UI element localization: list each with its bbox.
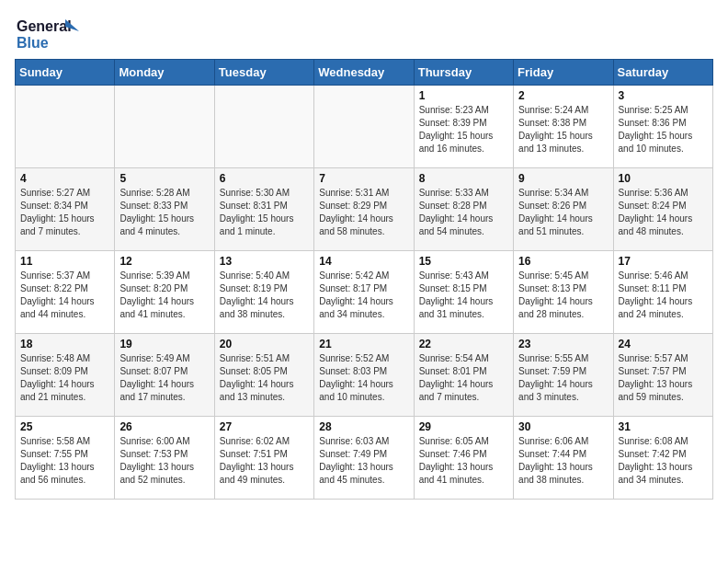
calendar-cell [314, 86, 414, 168]
day-number: 17 [619, 255, 708, 268]
day-info: Sunrise: 6:05 AM Sunset: 7:46 PM Dayligh… [419, 435, 508, 487]
calendar-cell: 30Sunrise: 6:06 AM Sunset: 7:44 PM Dayli… [514, 417, 613, 500]
calendar-cell: 18Sunrise: 5:48 AM Sunset: 8:09 PM Dayli… [16, 334, 115, 417]
calendar-cell [16, 86, 115, 168]
calendar-cell: 22Sunrise: 5:54 AM Sunset: 8:01 PM Dayli… [414, 334, 513, 417]
day-number: 31 [619, 420, 708, 433]
day-info: Sunrise: 5:34 AM Sunset: 8:26 PM Dayligh… [518, 187, 608, 238]
day-number: 29 [419, 420, 508, 433]
weekday-header-monday: Monday [115, 60, 214, 86]
svg-text:General: General [17, 18, 72, 34]
day-info: Sunrise: 6:08 AM Sunset: 7:42 PM Dayligh… [619, 435, 708, 487]
calendar-cell: 16Sunrise: 5:45 AM Sunset: 8:13 PM Dayli… [514, 251, 613, 334]
day-number: 24 [619, 338, 708, 350]
day-number: 3 [619, 89, 708, 102]
day-number: 20 [220, 338, 309, 350]
weekday-header-tuesday: Tuesday [214, 60, 313, 86]
week-row-4: 18Sunrise: 5:48 AM Sunset: 8:09 PM Dayli… [16, 334, 713, 417]
calendar-cell: 28Sunrise: 6:03 AM Sunset: 7:49 PM Dayli… [314, 417, 414, 500]
day-number: 26 [119, 420, 209, 433]
day-number: 10 [619, 172, 708, 185]
day-info: Sunrise: 5:25 AM Sunset: 8:36 PM Dayligh… [619, 104, 708, 155]
calendar-cell: 19Sunrise: 5:49 AM Sunset: 8:07 PM Dayli… [115, 334, 214, 417]
calendar-cell: 26Sunrise: 6:00 AM Sunset: 7:53 PM Dayli… [115, 417, 214, 500]
calendar-cell: 15Sunrise: 5:43 AM Sunset: 8:15 PM Dayli… [414, 251, 513, 334]
day-info: Sunrise: 5:24 AM Sunset: 8:38 PM Dayligh… [518, 104, 608, 155]
week-row-1: 1Sunrise: 5:23 AM Sunset: 8:39 PM Daylig… [16, 86, 713, 168]
calendar-cell [214, 86, 313, 168]
day-info: Sunrise: 5:45 AM Sunset: 8:13 PM Dayligh… [518, 270, 608, 321]
svg-text:Blue: Blue [17, 35, 49, 51]
calendar-cell: 20Sunrise: 5:51 AM Sunset: 8:05 PM Dayli… [214, 334, 313, 417]
day-info: Sunrise: 5:52 AM Sunset: 8:03 PM Dayligh… [319, 352, 408, 404]
calendar-cell: 5Sunrise: 5:28 AM Sunset: 8:33 PM Daylig… [115, 168, 214, 251]
day-info: Sunrise: 5:36 AM Sunset: 8:24 PM Dayligh… [619, 187, 708, 238]
weekday-header-wednesday: Wednesday [314, 60, 414, 86]
day-number: 12 [119, 255, 209, 268]
day-info: Sunrise: 6:02 AM Sunset: 7:51 PM Dayligh… [220, 435, 309, 487]
day-info: Sunrise: 5:57 AM Sunset: 7:57 PM Dayligh… [619, 352, 708, 404]
calendar-cell: 29Sunrise: 6:05 AM Sunset: 7:46 PM Dayli… [414, 417, 513, 500]
day-number: 7 [319, 172, 408, 185]
calendar-cell: 1Sunrise: 5:23 AM Sunset: 8:39 PM Daylig… [414, 86, 513, 168]
calendar-cell: 2Sunrise: 5:24 AM Sunset: 8:38 PM Daylig… [514, 86, 613, 168]
day-info: Sunrise: 5:43 AM Sunset: 8:15 PM Dayligh… [419, 270, 508, 321]
calendar-cell: 10Sunrise: 5:36 AM Sunset: 8:24 PM Dayli… [613, 168, 712, 251]
day-number: 14 [319, 255, 408, 268]
day-number: 11 [20, 255, 109, 268]
calendar-table: SundayMondayTuesdayWednesdayThursdayFrid… [15, 59, 713, 500]
calendar-cell: 31Sunrise: 6:08 AM Sunset: 7:42 PM Dayli… [613, 417, 712, 500]
day-number: 4 [20, 172, 109, 185]
weekday-header-sunday: Sunday [16, 60, 115, 86]
day-info: Sunrise: 5:58 AM Sunset: 7:55 PM Dayligh… [20, 435, 109, 487]
weekday-header-saturday: Saturday [613, 60, 712, 86]
calendar-cell: 8Sunrise: 5:33 AM Sunset: 8:28 PM Daylig… [414, 168, 513, 251]
day-number: 16 [518, 255, 608, 268]
day-number: 19 [119, 338, 209, 350]
day-info: Sunrise: 5:31 AM Sunset: 8:29 PM Dayligh… [319, 187, 408, 238]
calendar-cell: 23Sunrise: 5:55 AM Sunset: 7:59 PM Dayli… [514, 334, 613, 417]
day-number: 15 [419, 255, 508, 268]
day-info: Sunrise: 5:40 AM Sunset: 8:19 PM Dayligh… [220, 270, 309, 321]
day-number: 2 [518, 89, 608, 102]
day-info: Sunrise: 5:33 AM Sunset: 8:28 PM Dayligh… [419, 187, 508, 238]
day-info: Sunrise: 5:37 AM Sunset: 8:22 PM Dayligh… [20, 270, 109, 321]
calendar-cell: 3Sunrise: 5:25 AM Sunset: 8:36 PM Daylig… [613, 86, 712, 168]
day-info: Sunrise: 6:00 AM Sunset: 7:53 PM Dayligh… [119, 435, 209, 487]
weekday-header-thursday: Thursday [414, 60, 513, 86]
day-info: Sunrise: 5:49 AM Sunset: 8:07 PM Dayligh… [119, 352, 209, 404]
day-info: Sunrise: 5:55 AM Sunset: 7:59 PM Dayligh… [518, 352, 608, 404]
week-row-5: 25Sunrise: 5:58 AM Sunset: 7:55 PM Dayli… [16, 417, 713, 500]
day-number: 5 [119, 172, 209, 185]
day-info: Sunrise: 5:51 AM Sunset: 8:05 PM Dayligh… [220, 352, 309, 404]
logo-icon: GeneralBlue [15, 15, 88, 52]
day-number: 13 [220, 255, 309, 268]
day-number: 21 [319, 338, 408, 350]
day-info: Sunrise: 5:23 AM Sunset: 8:39 PM Dayligh… [419, 104, 508, 155]
calendar-cell: 12Sunrise: 5:39 AM Sunset: 8:20 PM Dayli… [115, 251, 214, 334]
calendar-cell: 11Sunrise: 5:37 AM Sunset: 8:22 PM Dayli… [16, 251, 115, 334]
day-number: 23 [518, 338, 608, 350]
calendar-cell: 24Sunrise: 5:57 AM Sunset: 7:57 PM Dayli… [613, 334, 712, 417]
day-number: 25 [20, 420, 109, 433]
day-info: Sunrise: 5:48 AM Sunset: 8:09 PM Dayligh… [20, 352, 109, 404]
day-info: Sunrise: 5:46 AM Sunset: 8:11 PM Dayligh… [619, 270, 708, 321]
day-number: 22 [419, 338, 508, 350]
day-info: Sunrise: 5:30 AM Sunset: 8:31 PM Dayligh… [220, 187, 309, 238]
page-header: GeneralBlue [15, 15, 713, 52]
calendar-cell: 6Sunrise: 5:30 AM Sunset: 8:31 PM Daylig… [214, 168, 313, 251]
day-info: Sunrise: 5:39 AM Sunset: 8:20 PM Dayligh… [119, 270, 209, 321]
day-number: 27 [220, 420, 309, 433]
calendar-cell: 17Sunrise: 5:46 AM Sunset: 8:11 PM Dayli… [613, 251, 712, 334]
weekday-header-row: SundayMondayTuesdayWednesdayThursdayFrid… [16, 60, 713, 86]
calendar-cell: 4Sunrise: 5:27 AM Sunset: 8:34 PM Daylig… [16, 168, 115, 251]
day-number: 6 [220, 172, 309, 185]
day-info: Sunrise: 6:03 AM Sunset: 7:49 PM Dayligh… [319, 435, 408, 487]
day-info: Sunrise: 5:42 AM Sunset: 8:17 PM Dayligh… [319, 270, 408, 321]
week-row-2: 4Sunrise: 5:27 AM Sunset: 8:34 PM Daylig… [16, 168, 713, 251]
calendar-cell: 9Sunrise: 5:34 AM Sunset: 8:26 PM Daylig… [514, 168, 613, 251]
day-number: 1 [419, 89, 508, 102]
day-number: 8 [419, 172, 508, 185]
calendar-cell: 14Sunrise: 5:42 AM Sunset: 8:17 PM Dayli… [314, 251, 414, 334]
logo: GeneralBlue [15, 15, 88, 52]
